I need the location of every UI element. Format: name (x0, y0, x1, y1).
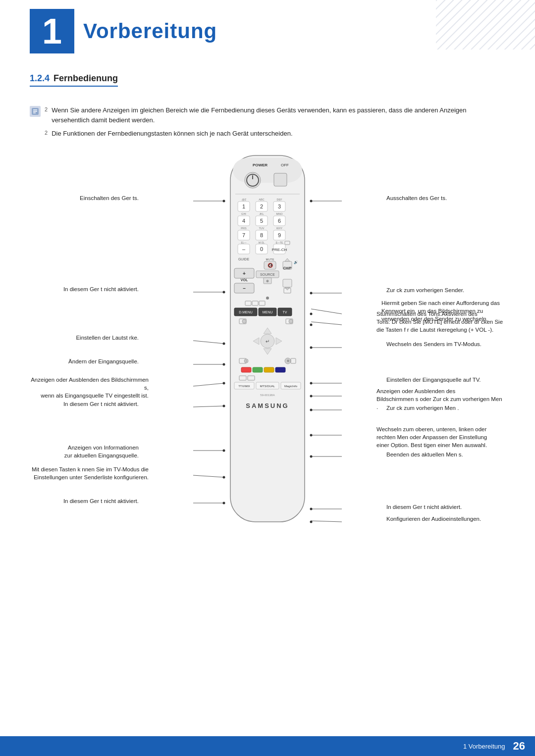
label-wechseln-menu: Wechseln zum oberen, unteren, linken ode… (376, 425, 505, 449)
label-zurueck-sender: Zur ck zum vorherigen Sender. (386, 286, 505, 294)
svg-text:MTS/DUAL: MTS/DUAL (260, 385, 275, 388)
svg-text:EL—: EL— (241, 241, 246, 244)
svg-text:5: 5 (260, 218, 263, 224)
stripe-background (436, 0, 535, 50)
svg-line-8 (193, 341, 224, 344)
svg-line-26 (311, 521, 342, 522)
label-eingangsquelle: Ändern der Eingangsquelle. (30, 357, 139, 365)
svg-text:TTX/MIX: TTX/MIX (238, 385, 250, 388)
svg-text:2: 2 (260, 203, 263, 209)
svg-text:GUIDE: GUIDE (238, 257, 250, 261)
svg-line-16 (311, 309, 342, 314)
svg-text:M OL: M OL (259, 241, 265, 244)
svg-line-10 (193, 383, 224, 386)
svg-text:D.MENU: D.MENU (239, 310, 253, 314)
svg-text:SAMSUNG: SAMSUNG (246, 402, 289, 409)
notes-block: 2 Wenn Sie andere Anzeigen im gleichen B… (30, 105, 505, 139)
svg-text:↵: ↵ (266, 339, 269, 344)
label-nicht-aktiviert-2: In diesem Ger t nicht aktiviert. (30, 400, 139, 408)
svg-line-11 (193, 406, 224, 407)
svg-text:TUV: TUV (259, 227, 265, 230)
label-audio: Konfigurieren der Audioeinstellungen. (386, 515, 505, 523)
label-einschalten: Einschalten des Ger ts. (30, 194, 139, 202)
svg-point-127 (289, 319, 293, 323)
diagram-area: POWER OFF .@Z ABC DEF 1 (30, 151, 505, 571)
label-senderliste: Mit diesen Tasten k nnen Sie im TV-Modus… (30, 465, 149, 481)
svg-text:9: 9 (278, 232, 281, 238)
svg-text:MENU: MENU (263, 310, 273, 314)
svg-text:7: 7 (242, 232, 245, 238)
label-ausschalten: Ausschalten des Ger ts. (386, 194, 505, 202)
svg-text:CH/P: CH/P (283, 266, 292, 270)
label-sender-tv: Wechseln des Senders im TV-Modus. (386, 340, 505, 348)
svg-text:GHI: GHI (241, 212, 246, 215)
svg-line-13 (193, 475, 224, 477)
section-heading: 1.2.4Fernbedienung (30, 73, 118, 87)
svg-text:WXY: WXY (276, 227, 283, 230)
svg-text:🔊: 🔊 (294, 260, 298, 264)
footer-section-label: 1 Vorbereitung (463, 743, 505, 750)
svg-text:.@Z: .@Z (241, 198, 247, 201)
footer-page-number: 26 (513, 740, 525, 753)
svg-rect-49 (233, 158, 302, 183)
chapter-number: 1 (30, 9, 74, 53)
label-nicht-aktiviert-right: In diesem Ger t nicht aktiviert. (386, 503, 505, 511)
svg-text:POWER: POWER (253, 163, 268, 167)
section-title: Fernbedienung (54, 73, 118, 83)
svg-text:MUTE: MUTE (266, 258, 274, 261)
svg-text:8: 8 (260, 232, 263, 238)
svg-rect-142 (264, 367, 274, 372)
svg-text:1: 1 (242, 203, 245, 209)
svg-text:+: + (243, 271, 246, 276)
svg-text:⊕: ⊕ (266, 279, 269, 283)
label-nicht-aktiviert-3: In diesem Ger t nicht aktiviert. (30, 497, 139, 505)
svg-text:–: – (242, 246, 246, 252)
svg-text:–: – (243, 286, 246, 291)
svg-text:4: 4 (242, 218, 245, 224)
svg-text:MagicInfo: MagicInfo (284, 385, 298, 388)
note-bullet-2: 2 (45, 130, 48, 136)
svg-rect-143 (275, 367, 285, 372)
svg-rect-140 (241, 367, 251, 372)
svg-text:DEF: DEF (277, 198, 283, 201)
note-bullet-1: 2 (45, 106, 48, 112)
page-footer: 1 Vorbereitung 26 (0, 736, 535, 756)
svg-text:JKL: JKL (259, 212, 264, 215)
label-nicht-aktiviert-1: In diesem Ger t nicht aktiviert. (30, 285, 139, 293)
svg-text:59-00138A: 59-00138A (260, 394, 274, 397)
svg-text:0: 0 (260, 246, 263, 252)
svg-text:SOURCE: SOURCE (260, 273, 275, 276)
svg-text:i: i (246, 359, 246, 362)
svg-text:TV: TV (283, 310, 287, 314)
svg-rect-112 (283, 279, 292, 287)
label-zurueck-menu: Zur ck zum vorherigen Men . (386, 404, 505, 412)
svg-text:6: 6 (278, 218, 281, 224)
svg-text:VOL: VOL (241, 278, 248, 282)
svg-point-114 (266, 297, 269, 300)
svg-line-18 (311, 322, 342, 325)
chapter-header: 1 Vorbereitung (30, 0, 505, 53)
svg-text:E—TE: E—TE (276, 241, 283, 244)
note-icon (30, 106, 41, 117)
svg-text:OFF: OFF (281, 163, 289, 167)
svg-point-125 (242, 319, 246, 323)
chapter-title: Vorbereitung (83, 19, 217, 43)
note-item-1: 2 Wenn Sie andere Anzeigen im gleichen B… (30, 105, 505, 125)
note-item-2: 2 Die Funktionen der Fernbedienungstaste… (30, 129, 505, 139)
svg-text:PRS: PRS (241, 227, 247, 230)
svg-text:3: 3 (278, 203, 281, 209)
label-lautstaerke: Einstellen der Lautst rke. (30, 334, 139, 342)
label-eingangsquelle-tv: Einstellen der Eingangsquelle auf TV. (386, 376, 505, 384)
svg-rect-141 (253, 367, 263, 372)
svg-text:MNO: MNO (276, 212, 283, 215)
svg-text:🔇: 🔇 (268, 262, 273, 268)
label-informationen: Anzeigen von Informationenzur aktuellen … (30, 444, 139, 459)
label-beenden: Beenden des aktuellen Men s. (386, 451, 505, 458)
label-bildschirmmenu: Anzeigen oder Ausblenden des Bildschirmm… (30, 376, 149, 400)
remote-control: POWER OFF .@Z ABC DEF 1 (220, 151, 315, 547)
svg-rect-1 (436, 0, 535, 50)
svg-rect-55 (274, 173, 287, 186)
svg-text:⚙: ⚙ (287, 359, 289, 362)
section-number: 1.2.4 (30, 73, 50, 83)
svg-text:PRE-CH: PRE-CH (272, 248, 287, 252)
